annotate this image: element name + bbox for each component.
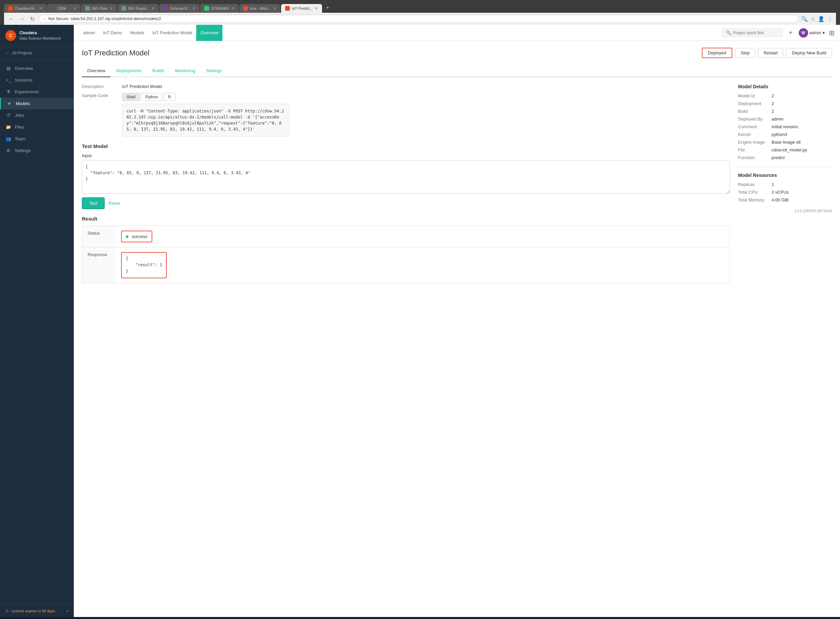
collapse-sidebar-button[interactable]: «: [66, 609, 69, 613]
deployed-status-button[interactable]: Deployed: [702, 48, 732, 58]
all-projects-link[interactable]: ← All Projects: [0, 47, 74, 60]
browser-tab-nifi[interactable]: NiFi Flow ✕: [81, 4, 117, 13]
tab-builds[interactable]: Builds: [147, 65, 169, 77]
description-value: IoT Prediction Model: [122, 84, 162, 89]
tab-settings[interactable]: Settings: [201, 65, 227, 77]
stop-button[interactable]: Stop: [735, 48, 755, 58]
reset-button[interactable]: Reset: [109, 201, 120, 206]
deploy-new-build-button[interactable]: Deploy New Build: [786, 48, 832, 58]
sample-code-label: Sample Code: [82, 93, 122, 98]
url-text: cdsw.54.202.2.197.nip.io/admin/iot-demo/…: [70, 16, 161, 21]
test-input[interactable]: [82, 160, 730, 194]
breadcrumb-admin[interactable]: admin: [79, 25, 99, 41]
sample-code-content: ShellPythonR curl -H "Content-Type: appl…: [122, 93, 290, 137]
breadcrumb-iot-prediction-model[interactable]: IoT Prediction Model: [148, 25, 196, 41]
breadcrumb-overview[interactable]: Overview: [196, 25, 222, 41]
app-container: C Cloudera Data Science Workbench ← All …: [0, 25, 840, 617]
response-code: { "result": 1 }: [126, 256, 162, 275]
detail-label: Build: [738, 109, 771, 114]
not-secure-label: Not Secure: [48, 16, 69, 21]
user-menu[interactable]: W admin ▾: [799, 28, 825, 37]
resource-label: Total CPU: [738, 190, 771, 195]
menu-icon[interactable]: ⋮: [827, 16, 833, 22]
tab-monitoring[interactable]: Monitoring: [169, 65, 201, 77]
chevron-down-icon: ▾: [822, 30, 825, 35]
input-label: Input: [82, 153, 730, 158]
sidebar-item-settings[interactable]: ⚙Settings: [0, 145, 74, 156]
grid-menu-icon[interactable]: ⊞: [829, 29, 835, 37]
sessions-icon: >_: [5, 78, 11, 82]
code-tabs: ShellPythonR: [122, 93, 290, 101]
browser-tab-nifi2[interactable]: NiFi Regist... ✕: [118, 4, 159, 13]
detail-label: File: [738, 147, 771, 153]
sidebar-item-label-team: Team: [15, 136, 25, 141]
status-text: success: [132, 234, 148, 239]
browser-tab-schema[interactable]: Schema R... ✕: [159, 4, 200, 13]
sidebar-item-files[interactable]: 📁Files: [0, 121, 74, 133]
sidebar-item-label-sessions: Sessions: [15, 78, 33, 82]
code-tab-shell[interactable]: Shell: [122, 93, 140, 101]
browser-tab-streams[interactable]: STREAMS ✕: [200, 4, 238, 13]
model-resources-section: Model Resources Replicas1Total CPU2 vCPU…: [738, 172, 832, 202]
browser-chrome: Cloudera M... ✕ CEM ✕ NiFi Flow ✕ NiFi R…: [0, 0, 840, 25]
test-button[interactable]: Test: [82, 197, 104, 209]
profile-icon[interactable]: 👤: [818, 16, 825, 22]
resource-value: 2 vCPUs: [771, 190, 789, 195]
tab-overview[interactable]: Overview: [82, 65, 111, 77]
sample-code-row: Sample Code ShellPythonR curl -H "Conten…: [82, 93, 730, 137]
model-detail-row: Deployment2: [738, 101, 832, 106]
status-row: Status success: [82, 226, 730, 247]
tab-bar: OverviewDeploymentsBuildsMonitoringSetti…: [82, 65, 832, 77]
address-bar[interactable]: ⚠ Not Secure cdsw.54.202.2.197.nip.io/ad…: [39, 15, 798, 23]
sidebar-logo-text: Cloudera Data Science Workbench: [19, 30, 61, 41]
breadcrumb-iot-demo[interactable]: IoT Demo: [99, 25, 126, 41]
browser-tab-hue[interactable]: Hue - Welc... ✕: [239, 4, 280, 13]
sidebar-item-experiments[interactable]: ⚗Experiments: [0, 86, 74, 98]
sidebar-item-models[interactable]: ≡Models: [0, 98, 74, 109]
sidebar-item-team[interactable]: 👥Team: [0, 133, 74, 145]
browser-tab-cloudera[interactable]: Cloudera M... ✕: [4, 4, 46, 13]
sidebar-logo: C Cloudera Data Science Workbench: [0, 25, 74, 47]
detail-value: Initial revision.: [771, 124, 799, 129]
model-detail-row: Kernelpython3: [738, 132, 832, 137]
sidebar-item-label-models: Models: [16, 101, 30, 106]
code-tab-python[interactable]: Python: [141, 93, 163, 101]
forward-button[interactable]: →: [18, 15, 26, 22]
detail-value: python3: [771, 132, 787, 137]
project-search[interactable]: 🔍: [722, 28, 783, 37]
sidebar-item-jobs[interactable]: ⏱Jobs: [0, 109, 74, 121]
restart-button[interactable]: Restart: [758, 48, 783, 58]
new-tab-button[interactable]: +: [323, 3, 333, 13]
browser-tab-iot[interactable]: IoT Predict... ✕: [281, 4, 322, 13]
browser-tab-cem[interactable]: CEM ✕: [47, 4, 81, 13]
code-tab-r[interactable]: R: [164, 93, 175, 101]
detail-value: predict: [771, 155, 785, 160]
reload-button[interactable]: ↻: [29, 15, 36, 23]
sidebar-item-label-jobs: Jobs: [15, 113, 24, 118]
detail-label: Comment: [738, 124, 771, 129]
header-actions: Deployed Stop Restart Deploy New Build: [702, 48, 832, 58]
content-grid: Description IoT Prediction Model Sample …: [82, 84, 832, 283]
top-nav: adminIoT DemoModelsIoT Prediction ModelO…: [74, 25, 840, 41]
sidebar-item-sessions[interactable]: >_Sessions: [0, 74, 74, 86]
breadcrumb-models[interactable]: Models: [126, 25, 148, 41]
description-row: Description IoT Prediction Model: [82, 84, 730, 89]
sidebar-item-overview[interactable]: ▤Overview: [0, 63, 74, 74]
main-content: adminIoT DemoModelsIoT Prediction ModelO…: [74, 25, 840, 617]
zoom-icon[interactable]: 🔍: [801, 16, 808, 22]
add-button[interactable]: +: [787, 29, 795, 37]
jobs-icon: ⏱: [5, 113, 11, 118]
content-right: Model Details Model Id2Deployment2Build2…: [738, 84, 832, 283]
status-value-box: success: [121, 230, 152, 242]
bookmark-icon[interactable]: ☆: [810, 16, 815, 22]
search-input[interactable]: [733, 31, 779, 35]
breadcrumb: adminIoT DemoModelsIoT Prediction ModelO…: [79, 25, 222, 41]
resource-detail-row: Total CPU2 vCPUs: [738, 190, 832, 195]
tab-deployments[interactable]: Deployments: [111, 65, 147, 77]
back-arrow-icon: ←: [5, 51, 9, 55]
model-detail-row: Build2: [738, 109, 832, 114]
detail-label: Engine Image: [738, 140, 771, 145]
back-button[interactable]: ←: [7, 15, 15, 22]
resource-label: Total Memory: [738, 197, 771, 202]
detail-value: Base Image v8: [771, 140, 801, 145]
